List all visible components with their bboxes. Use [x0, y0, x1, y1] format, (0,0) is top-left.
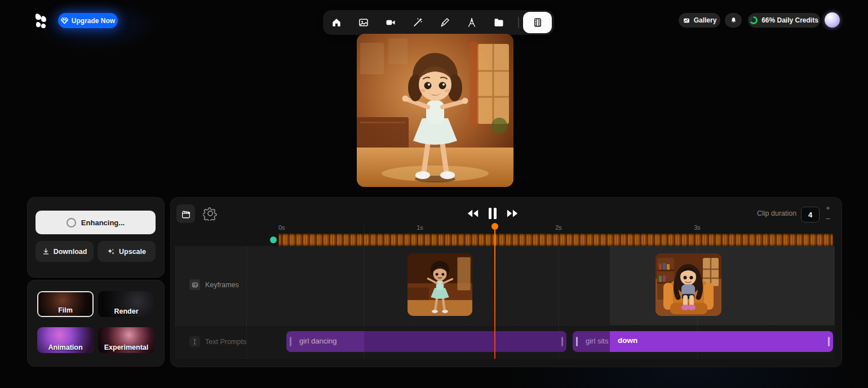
gallery-button[interactable]: Gallery: [679, 13, 720, 28]
bell-icon: [730, 16, 737, 24]
credits-progress-ring: [750, 16, 758, 24]
pause-button[interactable]: [488, 207, 497, 220]
daily-credits-badge[interactable]: 66% Daily Credits: [748, 13, 820, 28]
folder-icon[interactable]: [485, 10, 512, 35]
prompt-text-start: girl sits: [586, 337, 608, 345]
clip-duration-decrease-button[interactable]: –: [823, 215, 832, 222]
upscale-button[interactable]: Upscale: [98, 241, 156, 262]
gem-icon: [61, 17, 68, 24]
rewind-button[interactable]: [467, 208, 479, 218]
label-column-divider: [246, 246, 247, 359]
storyboard-filmstrip-icon[interactable]: [523, 12, 552, 33]
tower-icon[interactable]: [458, 10, 485, 35]
kaiber-logo[interactable]: [35, 12, 47, 29]
upgrade-now-label: Upgrade Now: [72, 17, 115, 25]
transport-controls: [467, 207, 519, 220]
style-thumb-film[interactable]: Film: [37, 291, 94, 317]
download-icon: [42, 248, 50, 255]
enhancing-button[interactable]: Enhancing...: [36, 211, 156, 234]
user-avatar[interactable]: [825, 12, 840, 28]
image-icon[interactable]: [350, 10, 377, 35]
fast-forward-button[interactable]: [506, 208, 519, 218]
clip-duration-label: Clip duration: [757, 209, 796, 217]
keyframes-selection-highlight: [610, 246, 835, 325]
credits-label: 66% Daily Credits: [761, 16, 818, 24]
gear-icon: [203, 206, 218, 221]
prompt-text-end: down: [618, 336, 637, 345]
clapperboard-icon: [181, 209, 191, 219]
styles-panel: Film Render Animation Experimental: [27, 280, 165, 367]
gallery-label: Gallery: [694, 16, 717, 24]
clapperboard-button[interactable]: [176, 204, 195, 223]
prompt-right-handle[interactable]: [828, 337, 830, 346]
keyframes-image-icon: [189, 279, 200, 290]
text-cursor-icon: [189, 336, 200, 347]
style-label-experimental: Experimental: [104, 344, 149, 353]
app-window: Upgrade Now Galler: [0, 0, 868, 388]
filmstrip-scrubber[interactable]: [278, 234, 833, 246]
style-thumb-animation[interactable]: Animation: [37, 327, 94, 353]
download-label: Download: [54, 248, 87, 256]
notifications-button[interactable]: [725, 13, 742, 28]
ruler-tick-0s: 0s: [278, 224, 285, 231]
main-nav: [323, 10, 554, 35]
playhead-line[interactable]: [494, 230, 495, 359]
text-prompts-row-label: Text Prompts: [189, 336, 246, 347]
clip-duration-increase-button[interactable]: +: [823, 204, 832, 212]
gallery-icon: [683, 17, 690, 24]
timeline-settings-button[interactable]: [203, 206, 218, 221]
ruler-tick-1s: 1s: [417, 224, 423, 231]
upgrade-now-button[interactable]: Upgrade Now: [58, 13, 118, 28]
nav-divider: [518, 17, 519, 28]
prompt-left-handle[interactable]: [576, 337, 578, 346]
spinner-icon: [67, 218, 76, 228]
prompt-bar-girl-dancing[interactable]: girl dancing: [286, 331, 566, 352]
enhancing-label: Enhancing...: [81, 218, 125, 227]
keyframes-row-label: Keyframes: [189, 279, 239, 290]
download-button[interactable]: Download: [36, 241, 94, 262]
prompt-bar-girl-sits-down[interactable]: girl sits down: [573, 331, 833, 352]
timeline-start-dot[interactable]: [270, 237, 277, 243]
actions-panel: Enhancing... Download Upscale: [27, 197, 165, 278]
video-camera-icon[interactable]: [377, 10, 404, 35]
keyframe-thumb-sitting[interactable]: [656, 253, 721, 316]
style-thumb-render[interactable]: Render: [98, 291, 154, 317]
prompt-right-handle[interactable]: [561, 337, 563, 346]
style-label-render: Render: [114, 307, 138, 317]
prompt-left-handle[interactable]: [290, 337, 291, 346]
prompt-text: girl dancing: [299, 337, 337, 345]
style-label-film: Film: [58, 306, 73, 316]
upscale-label: Upscale: [119, 248, 146, 256]
magic-wand-icon[interactable]: [404, 10, 431, 35]
video-preview[interactable]: [357, 34, 513, 187]
keyframe-thumb-dancing[interactable]: [408, 253, 472, 316]
style-label-animation: Animation: [48, 344, 82, 353]
pen-icon[interactable]: [431, 10, 458, 35]
home-icon[interactable]: [323, 10, 350, 35]
style-thumb-experimental[interactable]: Experimental: [98, 327, 154, 353]
playhead-handle[interactable]: [491, 223, 498, 230]
clip-duration-input[interactable]: 4: [801, 207, 820, 222]
sparkles-icon: [107, 248, 115, 256]
